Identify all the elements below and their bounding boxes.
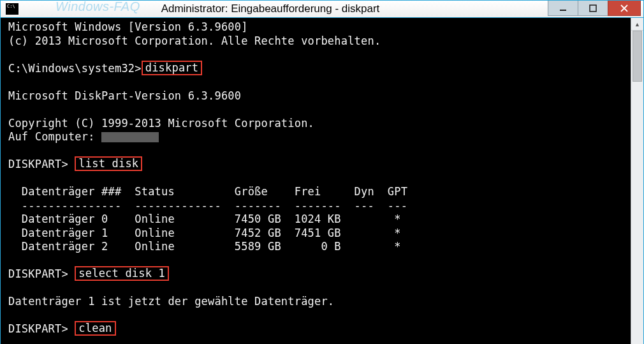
cmd-window: Windows-FAQ Administrator: Eingabeauffor… — [0, 0, 644, 344]
maximize-icon — [589, 4, 597, 12]
prompt-system: C:\Windows\system32> — [8, 62, 142, 75]
terminal-area: Microsoft Windows [Version 6.3.9600](c) … — [1, 18, 643, 344]
table-row: Datenträger 2 Online 5589 GB 0 B * — [8, 240, 626, 254]
output-line — [8, 48, 626, 62]
minimize-icon — [559, 4, 567, 12]
output-line: Copyright (C) 1999-2013 Microsoft Corpor… — [8, 117, 626, 131]
output-line — [8, 281, 626, 295]
highlight-selectdisk: select disk 1 — [75, 266, 169, 281]
table-row: Datenträger 1 Online 7452 GB 7451 GB * — [8, 227, 626, 241]
scroll-up-button[interactable]: ▲ — [631, 18, 643, 31]
table-divider: --------------- ------------- ------- --… — [8, 199, 626, 213]
output-line: DISKPART> clean — [8, 322, 626, 336]
minimize-button[interactable] — [548, 1, 578, 16]
prompt-diskpart: DISKPART> — [8, 322, 75, 335]
cmd-icon — [6, 3, 18, 15]
on-computer-label: Auf Computer: — [8, 130, 101, 143]
output-line: Auf Computer: — [8, 130, 626, 144]
scrollbar-track[interactable] — [631, 31, 643, 344]
window-title: Administrator: Eingabeaufforderung - dis… — [18, 3, 548, 15]
scrollbar-thumb[interactable] — [633, 31, 642, 82]
output-line: DISKPART> select disk 1 — [8, 267, 626, 281]
terminal-output[interactable]: Microsoft Windows [Version 6.3.9600](c) … — [1, 18, 631, 344]
svg-rect-0 — [560, 10, 566, 11]
svg-rect-1 — [590, 5, 596, 11]
table-header: Datenträger ### Status Größe Frei Dyn GP… — [8, 185, 626, 199]
output-line: C:\Windows\system32>diskpart — [8, 62, 626, 76]
highlight-diskpart: diskpart — [142, 61, 202, 75]
highlight-listdisk: list disk — [75, 156, 142, 171]
output-line: Microsoft DiskPart-Version 6.3.9600 — [8, 89, 626, 103]
maximize-button[interactable] — [578, 1, 608, 16]
window-controls — [548, 1, 643, 17]
output-line — [8, 144, 626, 158]
highlight-clean: clean — [75, 321, 115, 336]
table-row: Datenträger 0 Online 7450 GB 1024 KB * — [8, 213, 626, 227]
output-line — [8, 172, 626, 186]
redacted-hostname — [101, 132, 159, 142]
output-line — [8, 75, 626, 89]
output-line — [8, 254, 626, 268]
close-icon — [620, 4, 628, 12]
output-line: Datenträger 1 ist jetzt der gewählte Dat… — [8, 295, 626, 309]
titlebar[interactable]: Windows-FAQ Administrator: Eingabeauffor… — [1, 1, 643, 18]
output-line: Microsoft Windows [Version 6.3.9600] — [8, 20, 626, 34]
output-line — [8, 103, 626, 117]
output-line — [8, 309, 626, 323]
prompt-diskpart: DISKPART> — [8, 267, 75, 280]
prompt-diskpart: DISKPART> — [8, 158, 75, 170]
output-line: (c) 2013 Microsoft Corporation. Alle Rec… — [8, 34, 626, 49]
output-line — [8, 336, 626, 345]
output-line: DISKPART> list disk — [8, 158, 626, 172]
chevron-up-icon: ▲ — [636, 21, 639, 27]
close-button[interactable] — [608, 1, 641, 16]
scrollbar-vertical[interactable]: ▲ ▼ — [631, 18, 643, 344]
